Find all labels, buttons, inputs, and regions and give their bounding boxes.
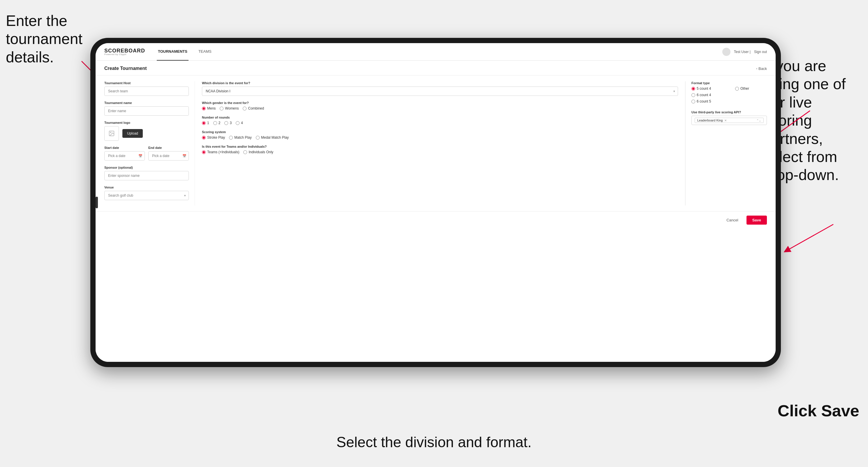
live-scoring-group: Use third-party live scoring API? Leader… <box>691 111 767 125</box>
user-name: Test User | <box>734 50 751 54</box>
logo-upload-area: Upload <box>104 126 189 141</box>
scoring-group: Scoring system Stroke Play Match Play <box>202 130 678 139</box>
start-date-wrapper <box>104 151 145 160</box>
gender-radio-group: Mens Womens Combined <box>202 106 678 111</box>
start-date-input[interactable] <box>104 151 145 160</box>
rounds-1[interactable]: 1 <box>202 121 209 125</box>
sign-out-link[interactable]: Sign out <box>754 50 767 54</box>
format-row-1: 5 count 4 Other <box>691 87 767 91</box>
format-row-3: 6 count 5 <box>691 99 767 103</box>
form-col-right: Format type 5 count 4 Other <box>685 81 767 206</box>
live-scoring-input[interactable]: Leaderboard King ✕ ⌃⌄ <box>691 116 767 125</box>
save-button[interactable]: Save <box>746 216 767 225</box>
sponsor-label: Sponsor (optional) <box>104 166 189 169</box>
division-group: Which division is the event for? NCAA Di… <box>202 81 678 96</box>
gender-mens[interactable]: Mens <box>202 106 216 111</box>
form-container: Create Tournament ‹ Back Tournament Host <box>96 61 776 362</box>
svg-point-5 <box>110 132 111 133</box>
format-type-label: Format type <box>691 81 767 85</box>
logo-placeholder <box>104 126 119 141</box>
tournament-name-label: Tournament name <box>104 101 189 104</box>
individuals-only[interactable]: Individuals Only <box>243 150 273 154</box>
division-label: Which division is the event for? <box>202 81 678 85</box>
annotation-bottomcenter: Select the division and format. <box>337 434 532 451</box>
form-title: Create Tournament <box>104 66 147 71</box>
sponsor-group: Sponsor (optional) <box>104 166 189 180</box>
nav-links: TOURNAMENTS TEAMS <box>157 43 213 61</box>
format-other[interactable]: Other <box>735 87 749 91</box>
upload-button[interactable]: Upload <box>122 129 143 138</box>
rounds-label: Number of rounds <box>202 116 678 119</box>
gender-combined[interactable]: Combined <box>243 106 264 111</box>
back-label: Back <box>758 66 767 71</box>
tournament-host-group: Tournament Host <box>104 81 189 96</box>
teams-plus-individuals[interactable]: Teams (+Individuals) <box>202 150 239 154</box>
date-row: Start date End date <box>104 146 189 160</box>
tournament-host-input[interactable] <box>104 87 189 96</box>
scoring-radio-group: Stroke Play Match Play Medal Match Play <box>202 135 678 139</box>
teams-label: Is this event for Teams and/or Individua… <box>202 145 678 148</box>
annotation-bottomright: Click Save <box>778 401 859 421</box>
main-content: Create Tournament ‹ Back Tournament Host <box>96 61 776 362</box>
annotation-topleft: Enter the tournament details. <box>6 12 87 66</box>
live-scoring-tag: Leaderboard King ✕ ⌃⌄ <box>694 118 764 123</box>
nav-teams[interactable]: TEAMS <box>197 43 213 61</box>
scoring-match[interactable]: Match Play <box>229 135 251 139</box>
user-avatar <box>722 48 731 56</box>
scoring-label: Scoring system <box>202 130 678 134</box>
venue-input[interactable] <box>104 191 189 200</box>
cancel-button[interactable]: Cancel <box>722 216 743 225</box>
form-col-middle: Which division is the event for? NCAA Di… <box>195 81 685 206</box>
rounds-2[interactable]: 2 <box>213 121 221 125</box>
navbar-left: SCOREBOARD Powered by Clippit TOURNAMENT… <box>104 43 213 61</box>
arrow-bottomright <box>781 221 839 256</box>
rounds-3[interactable]: 3 <box>224 121 231 125</box>
division-select-wrapper: NCAA Division I <box>202 87 678 96</box>
format-5count4[interactable]: 5 count 4 <box>691 87 726 91</box>
svg-line-3 <box>787 224 833 251</box>
sidebar-toggle[interactable] <box>96 197 98 208</box>
format-type-group: Format type 5 count 4 Other <box>691 81 767 103</box>
venue-group: Venue <box>104 186 189 200</box>
end-date-group: End date <box>148 146 189 160</box>
brand: SCOREBOARD Powered by Clippit <box>104 48 145 56</box>
scoring-stroke[interactable]: Stroke Play <box>202 135 225 139</box>
format-row-2: 6 count 4 <box>691 93 767 97</box>
brand-sub: Powered by Clippit <box>104 53 145 56</box>
tournament-host-label: Tournament Host <box>104 81 189 85</box>
live-scoring-label: Use third-party live scoring API? <box>691 111 767 114</box>
gender-group: Which gender is the event for? Mens Wome… <box>202 101 678 111</box>
format-6count4[interactable]: 6 count 4 <box>691 93 726 97</box>
tournament-name-input[interactable] <box>104 106 189 116</box>
format-type-options: 5 count 4 Other <box>691 87 767 103</box>
format-6count5[interactable]: 6 count 5 <box>691 99 726 103</box>
venue-label: Venue <box>104 186 189 189</box>
form-footer: Cancel Save <box>96 211 776 229</box>
tablet-screen: SCOREBOARD Powered by Clippit TOURNAMENT… <box>96 43 776 362</box>
tag-arrows-icon: ⌃⌄ <box>756 119 761 122</box>
rounds-4[interactable]: 4 <box>236 121 243 125</box>
tablet-frame: SCOREBOARD Powered by Clippit TOURNAMENT… <box>90 38 781 367</box>
brand-main: SCOREBOARD <box>104 48 145 53</box>
end-date-input[interactable] <box>148 151 189 160</box>
nav-tournaments[interactable]: TOURNAMENTS <box>157 43 188 61</box>
division-select[interactable]: NCAA Division I <box>202 87 678 96</box>
scoring-medal-match[interactable]: Medal Match Play <box>256 135 289 139</box>
tournament-name-group: Tournament name <box>104 101 189 116</box>
back-link[interactable]: ‹ Back <box>756 66 767 71</box>
gender-womens[interactable]: Womens <box>220 106 239 111</box>
rounds-group: Number of rounds 1 2 <box>202 116 678 125</box>
navbar: SCOREBOARD Powered by Clippit TOURNAMENT… <box>96 43 776 61</box>
gender-label: Which gender is the event for? <box>202 101 678 104</box>
tournament-logo-group: Tournament logo Upload <box>104 121 189 141</box>
sponsor-input[interactable] <box>104 171 189 180</box>
back-chevron-icon: ‹ <box>756 67 757 70</box>
venue-select-wrapper <box>104 191 189 200</box>
teams-group: Is this event for Teams and/or Individua… <box>202 145 678 154</box>
date-group: Start date End date <box>104 146 189 160</box>
start-date-group: Start date <box>104 146 145 160</box>
live-scoring-tag-close[interactable]: ✕ <box>724 119 727 122</box>
rounds-radio-group: 1 2 3 <box>202 121 678 125</box>
navbar-right: Test User | Sign out <box>722 48 767 56</box>
end-date-wrapper <box>148 151 189 160</box>
